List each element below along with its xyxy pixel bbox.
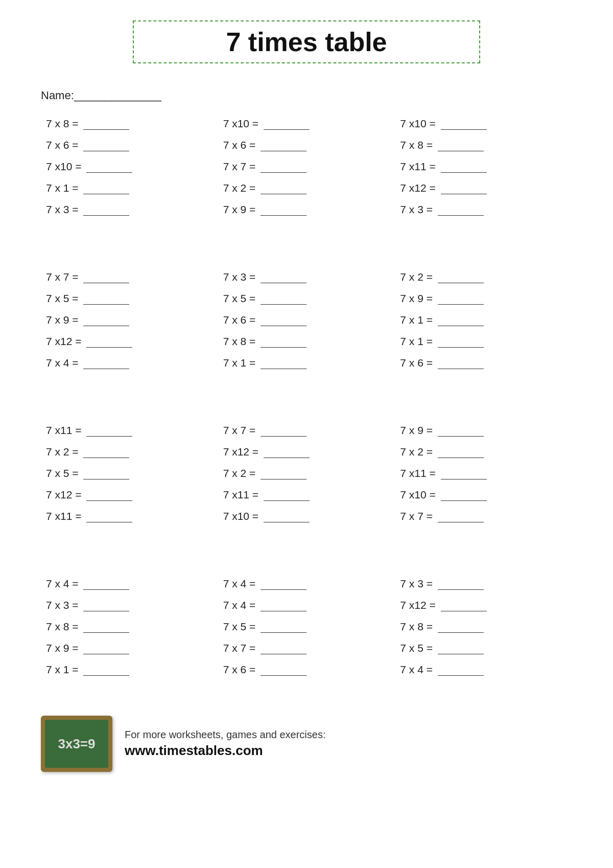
equation-0-1-0: 7 x10 = <box>223 118 390 130</box>
section-1-col-2: 7 x 2 = 7 x 9 = 7 x 1 = 7 x 1 = 7 x 6 = <box>395 271 572 378</box>
equation-3-0-4: 7 x 1 = <box>46 664 213 676</box>
section-0-col-2: 7 x10 = 7 x 8 = 7 x11 = 7 x12 = 7 x 3 = <box>395 118 572 225</box>
section-3-col-2: 7 x 3 = 7 x12 = 7 x 8 = 7 x 5 = 7 x 4 = <box>395 578 572 685</box>
equation-1-0-1: 7 x 5 = <box>46 292 213 305</box>
section-1-col-1: 7 x 3 = 7 x 5 = 7 x 6 = 7 x 8 = 7 x 1 = <box>218 271 395 378</box>
equation-3-1-0: 7 x 4 = <box>223 578 390 590</box>
equation-0-2-0: 7 x10 = <box>400 118 567 130</box>
equation-3-1-2: 7 x 5 = <box>223 621 390 633</box>
section-0-col-1: 7 x10 = 7 x 6 = 7 x 7 = 7 x 2 = 7 x 9 = <box>218 118 395 225</box>
section-1: 7 x 7 = 7 x 5 = 7 x 9 = 7 x12 = 7 x 4 = … <box>41 271 572 378</box>
section-3: 7 x 4 = 7 x 3 = 7 x 8 = 7 x 9 = 7 x 1 = … <box>41 578 572 685</box>
equation-2-1-0: 7 x 7 = <box>223 424 390 437</box>
equation-2-0-0: 7 x11 = <box>46 424 213 437</box>
equation-0-2-3: 7 x12 = <box>400 182 567 194</box>
equation-0-0-0: 7 x 8 = <box>46 118 213 130</box>
equation-2-1-1: 7 x12 = <box>223 446 390 458</box>
equation-1-0-2: 7 x 9 = <box>46 314 213 326</box>
section-3-col-1: 7 x 4 = 7 x 4 = 7 x 5 = 7 x 7 = 7 x 6 = <box>218 578 395 685</box>
name-field: Name:______________ <box>41 89 572 102</box>
equation-2-2-3: 7 x10 = <box>400 489 567 501</box>
equation-3-2-1: 7 x12 = <box>400 599 567 611</box>
equation-0-0-3: 7 x 1 = <box>46 182 213 194</box>
equation-1-2-0: 7 x 2 = <box>400 271 567 283</box>
chalkboard-inner: 3x3=9 <box>45 720 108 768</box>
equation-3-1-1: 7 x 4 = <box>223 599 390 611</box>
equation-1-1-3: 7 x 8 = <box>223 335 390 348</box>
equation-1-1-2: 7 x 6 = <box>223 314 390 326</box>
equation-2-2-1: 7 x 2 = <box>400 446 567 458</box>
section-2-col-2: 7 x 9 = 7 x 2 = 7 x11 = 7 x10 = 7 x 7 = <box>395 424 572 532</box>
equation-1-2-2: 7 x 1 = <box>400 314 567 326</box>
footer-description: For more worksheets, games and exercises… <box>125 729 326 741</box>
footer-url: www.timestables.com <box>125 743 326 759</box>
sections-wrapper: 7 x 8 = 7 x 6 = 7 x10 = 7 x 1 = 7 x 3 = … <box>41 118 572 690</box>
equation-1-2-3: 7 x 1 = <box>400 335 567 348</box>
equation-2-0-4: 7 x11 = <box>46 510 213 522</box>
equation-2-2-0: 7 x 9 = <box>400 424 567 437</box>
section-0-col-0: 7 x 8 = 7 x 6 = 7 x10 = 7 x 1 = 7 x 3 = <box>41 118 218 225</box>
equation-0-1-3: 7 x 2 = <box>223 182 390 194</box>
equation-1-0-4: 7 x 4 = <box>46 357 213 369</box>
equation-3-2-0: 7 x 3 = <box>400 578 567 590</box>
section-2-col-0: 7 x11 = 7 x 2 = 7 x 5 = 7 x12 = 7 x11 = <box>41 424 218 532</box>
equation-3-2-4: 7 x 4 = <box>400 664 567 676</box>
equation-0-0-2: 7 x10 = <box>46 161 213 173</box>
equation-3-2-3: 7 x 5 = <box>400 642 567 654</box>
footer: 3x3=9 For more worksheets, games and exe… <box>41 716 572 772</box>
section-2: 7 x11 = 7 x 2 = 7 x 5 = 7 x12 = 7 x11 = … <box>41 424 572 532</box>
equation-3-0-3: 7 x 9 = <box>46 642 213 654</box>
equation-3-1-3: 7 x 7 = <box>223 642 390 654</box>
equation-2-1-2: 7 x 2 = <box>223 467 390 479</box>
equation-0-1-1: 7 x 6 = <box>223 139 390 151</box>
equation-0-1-2: 7 x 7 = <box>223 161 390 173</box>
equation-1-2-4: 7 x 6 = <box>400 357 567 369</box>
footer-text-area: For more worksheets, games and exercises… <box>125 729 326 759</box>
equation-1-0-3: 7 x12 = <box>46 335 213 348</box>
equation-1-1-0: 7 x 3 = <box>223 271 390 283</box>
equation-1-1-1: 7 x 5 = <box>223 292 390 305</box>
equation-2-0-1: 7 x 2 = <box>46 446 213 458</box>
section-1-col-0: 7 x 7 = 7 x 5 = 7 x 9 = 7 x12 = 7 x 4 = <box>41 271 218 378</box>
equation-1-1-4: 7 x 1 = <box>223 357 390 369</box>
equation-3-0-1: 7 x 3 = <box>46 599 213 611</box>
equation-2-2-2: 7 x11 = <box>400 467 567 479</box>
equation-2-1-4: 7 x10 = <box>223 510 390 522</box>
chalkboard-icon: 3x3=9 <box>41 716 112 772</box>
header-area: 7 times table <box>41 20 572 79</box>
section-3-col-0: 7 x 4 = 7 x 3 = 7 x 8 = 7 x 9 = 7 x 1 = <box>41 578 218 685</box>
title-box: 7 times table <box>133 20 480 63</box>
equation-0-2-1: 7 x 8 = <box>400 139 567 151</box>
equation-0-0-1: 7 x 6 = <box>46 139 213 151</box>
equation-0-2-2: 7 x11 = <box>400 161 567 173</box>
section-0: 7 x 8 = 7 x 6 = 7 x10 = 7 x 1 = 7 x 3 = … <box>41 118 572 225</box>
equation-0-2-4: 7 x 3 = <box>400 203 567 216</box>
equation-2-0-2: 7 x 5 = <box>46 467 213 479</box>
equation-0-1-4: 7 x 9 = <box>223 203 390 216</box>
equation-3-0-0: 7 x 4 = <box>46 578 213 590</box>
equation-2-0-3: 7 x12 = <box>46 489 213 501</box>
equation-3-0-2: 7 x 8 = <box>46 621 213 633</box>
equation-3-2-2: 7 x 8 = <box>400 621 567 633</box>
page-title: 7 times table <box>226 27 387 57</box>
equation-3-1-4: 7 x 6 = <box>223 664 390 676</box>
equation-2-2-4: 7 x 7 = <box>400 510 567 522</box>
chalkboard-text: 3x3=9 <box>58 736 95 752</box>
section-2-col-1: 7 x 7 = 7 x12 = 7 x 2 = 7 x11 = 7 x10 = <box>218 424 395 532</box>
equation-2-1-3: 7 x11 = <box>223 489 390 501</box>
equation-1-0-0: 7 x 7 = <box>46 271 213 283</box>
equation-1-2-1: 7 x 9 = <box>400 292 567 305</box>
equation-0-0-4: 7 x 3 = <box>46 203 213 216</box>
